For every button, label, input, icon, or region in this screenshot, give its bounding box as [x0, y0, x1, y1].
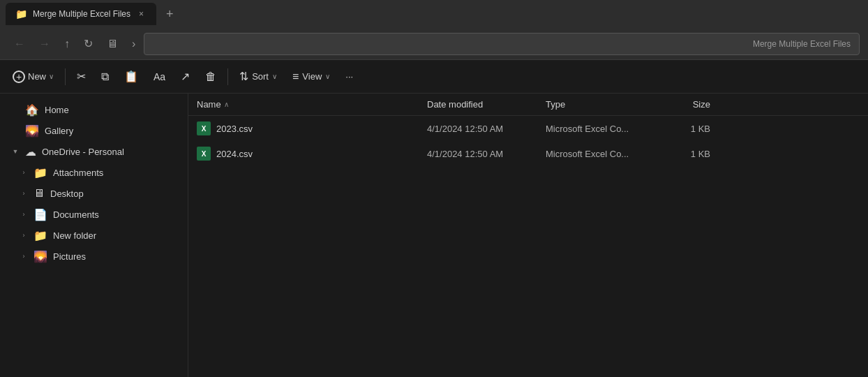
cut-icon: ✂: [77, 70, 86, 83]
sidebar-item-gallery[interactable]: 🌄 Gallery: [0, 120, 188, 141]
sidebar-item-new-folder[interactable]: › 📁 New folder: [0, 225, 188, 246]
attachments-expand-icon[interactable]: ›: [20, 168, 28, 177]
expand-placeholder: [11, 126, 20, 135]
cut-button[interactable]: ✂: [70, 66, 93, 87]
up-button[interactable]: ↑: [59, 34, 75, 54]
sort-label: Sort: [252, 71, 269, 82]
new-label: New: [28, 71, 46, 82]
view-label: View: [302, 71, 322, 82]
col-header-size[interactable]: Size: [649, 94, 719, 115]
excel-file-icon: X: [197, 147, 211, 161]
sidebar-pictures-label: Pictures: [53, 251, 86, 262]
documents-expand-icon[interactable]: ›: [20, 210, 28, 219]
col-header-name[interactable]: Name ∧: [188, 94, 419, 115]
file-name-cell: X 2023.csv: [188, 116, 419, 141]
gallery-icon: 🌄: [25, 124, 39, 138]
table-row[interactable]: X 2023.csv 4/1/2024 12:50 AM Microsoft E…: [188, 116, 868, 141]
file-type-cell: Microsoft Excel Co...: [537, 116, 649, 141]
active-tab[interactable]: 📁 Merge Multiple Excel Files ×: [6, 3, 156, 25]
share-icon: ↗: [181, 70, 190, 83]
view-button[interactable]: ≡ View ∨: [285, 66, 337, 87]
sidebar-home-label: Home: [45, 105, 69, 115]
file-type-cell: Microsoft Excel Co...: [537, 141, 649, 166]
sort-chevron: ∨: [272, 73, 277, 80]
pictures-expand-icon[interactable]: ›: [20, 252, 28, 260]
sidebar-item-pictures[interactable]: › 🌄 Pictures: [0, 246, 188, 267]
desktop-expand-icon[interactable]: ›: [20, 189, 28, 198]
onedrive-expand-icon[interactable]: ▼: [11, 147, 20, 156]
name-sort-arrow: ∧: [224, 101, 229, 108]
delete-icon: 🗑: [205, 71, 216, 83]
back-button[interactable]: ←: [8, 34, 31, 54]
new-chevron: ∨: [49, 73, 54, 80]
file-header: Name ∧ Date modified Type Size: [188, 94, 868, 116]
sort-button[interactable]: ⇅ Sort ∨: [232, 66, 284, 87]
main-content: 🏠 Home 🌄 Gallery ▼ ☁ OneDrive - Personal…: [0, 94, 868, 377]
sidebar-gallery-label: Gallery: [45, 126, 73, 136]
new-icon: +: [13, 71, 25, 83]
col-header-date[interactable]: Date modified: [419, 94, 537, 115]
sidebar-item-home[interactable]: 🏠 Home: [0, 99, 188, 120]
paste-icon: 📋: [124, 70, 138, 83]
desktop-icon: 🖥: [33, 187, 45, 200]
paste-button[interactable]: 📋: [117, 66, 145, 87]
sidebar-onedrive-label: OneDrive - Personal: [42, 147, 124, 157]
toolbar: + New ∨ ✂ ⧉ 📋 Aa ↗ 🗑 ⇅ Sort ∨ ≡ View ∨ ·…: [0, 60, 868, 94]
sidebar-item-documents[interactable]: › 📄 Documents: [0, 204, 188, 225]
expand-placeholder: [11, 105, 20, 114]
refresh-button[interactable]: ↻: [78, 33, 98, 54]
window-button[interactable]: 🖥: [101, 34, 124, 54]
documents-icon: 📄: [33, 208, 47, 221]
excel-file-icon: X: [197, 121, 211, 135]
forward-button[interactable]: →: [33, 34, 56, 54]
toolbar-sep-1: [65, 68, 66, 85]
col-header-type[interactable]: Type: [537, 94, 649, 115]
sidebar-documents-label: Documents: [53, 209, 99, 220]
sidebar: 🏠 Home 🌄 Gallery ▼ ☁ OneDrive - Personal…: [0, 94, 188, 377]
new-folder-expand-icon[interactable]: ›: [20, 231, 28, 239]
share-button[interactable]: ↗: [174, 66, 197, 87]
sidebar-desktop-label: Desktop: [50, 188, 84, 199]
file-date-cell: 4/1/2024 12:50 AM: [419, 116, 537, 141]
sidebar-attachments-label: Attachments: [53, 168, 103, 178]
more-icon: ···: [345, 71, 353, 82]
copy-button[interactable]: ⧉: [94, 66, 116, 87]
more-button[interactable]: ···: [338, 67, 360, 86]
sidebar-new-folder-label: New folder: [53, 230, 96, 241]
new-folder-icon: 📁: [33, 229, 47, 242]
table-row[interactable]: X 2024.csv 4/1/2024 12:50 AM Microsoft E…: [188, 141, 868, 166]
new-button[interactable]: + New ∨: [6, 66, 61, 87]
pictures-icon: 🌄: [33, 250, 47, 263]
breadcrumb-chevron[interactable]: ›: [126, 34, 141, 54]
view-chevron: ∨: [325, 73, 330, 80]
tab-close-button[interactable]: ×: [136, 8, 147, 20]
new-tab-button[interactable]: +: [162, 6, 178, 23]
title-bar: 📁 Merge Multiple Excel Files × +: [0, 0, 868, 28]
address-bar[interactable]: Merge Multiple Excel Files: [144, 33, 860, 55]
rename-button[interactable]: Aa: [147, 67, 172, 87]
home-icon: 🏠: [25, 103, 39, 117]
sort-icon: ⇅: [239, 70, 248, 83]
sidebar-item-desktop[interactable]: › 🖥 Desktop: [0, 183, 188, 204]
address-text: Merge Multiple Excel Files: [753, 39, 851, 49]
onedrive-icon: ☁: [25, 145, 36, 158]
toolbar-sep-2: [227, 68, 228, 85]
file-size-cell: 1 KB: [649, 141, 719, 166]
delete-button[interactable]: 🗑: [198, 66, 223, 87]
sidebar-item-attachments[interactable]: › 📁 Attachments: [0, 162, 188, 183]
file-date-cell: 4/1/2024 12:50 AM: [419, 141, 537, 166]
nav-bar: ← → ↑ ↻ 🖥 › Merge Multiple Excel Files: [0, 28, 868, 60]
tab-title: Merge Multiple Excel Files: [33, 9, 130, 19]
file-name-cell: X 2024.csv: [188, 141, 419, 166]
file-area: Name ∧ Date modified Type Size X 2023.cs…: [188, 94, 868, 377]
copy-icon: ⧉: [101, 71, 109, 83]
view-icon: ≡: [292, 71, 299, 83]
tab-folder-icon: 📁: [15, 8, 27, 20]
rename-icon: Aa: [154, 71, 165, 82]
file-size-cell: 1 KB: [649, 116, 719, 141]
attachments-icon: 📁: [33, 166, 47, 179]
sidebar-item-onedrive[interactable]: ▼ ☁ OneDrive - Personal: [0, 141, 188, 162]
